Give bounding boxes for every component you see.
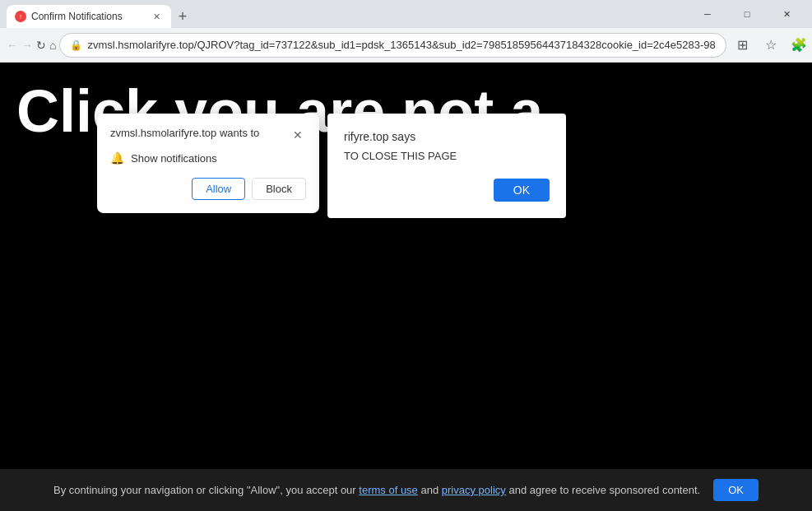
bookmark-button[interactable]: ☆ xyxy=(758,32,784,58)
footer-text-after: and agree to receive sponsored content. xyxy=(508,484,700,496)
footer-ok-button[interactable]: OK xyxy=(713,479,759,501)
window-controls: ─ □ ✕ xyxy=(689,0,805,28)
lock-icon: 🔒 xyxy=(70,39,82,51)
forward-button[interactable]: → xyxy=(21,32,33,58)
back-button[interactable]: ← xyxy=(7,32,18,58)
address-bar-row: ← → ↻ ⌂ 🔒 zvmsl.hsmolarifyre.top/QJROV?t… xyxy=(0,28,812,63)
dialog-permission-row: 🔔 Show notifications xyxy=(110,151,306,165)
terms-link[interactable]: terms of use xyxy=(359,484,418,496)
dialog-buttons: Allow Block xyxy=(110,178,306,200)
site-dialog: rifyre.top says TO CLOSE THIS PAGE OK xyxy=(327,114,566,218)
tab-favicon: ! xyxy=(15,11,26,22)
site-dialog-footer: OK xyxy=(344,179,550,202)
notification-dialog: zvmsl.hsmolarifyre.top wants to ✕ 🔔 Show… xyxy=(97,114,319,213)
browser-window: ! Confirm Notifications ✕ + ─ □ ✕ ← → ↻ … xyxy=(0,0,812,511)
extensions-puzzle-button[interactable]: 🧩 xyxy=(786,32,812,58)
active-tab[interactable]: ! Confirm Notifications ✕ xyxy=(7,5,171,28)
dialog-close-button[interactable]: ✕ xyxy=(290,127,306,143)
footer-text-before: By continuing your navigation or clickin… xyxy=(53,484,356,496)
dialog-title: zvmsl.hsmolarifyre.top wants to xyxy=(110,127,259,139)
address-text: zvmsl.hsmolarifyre.top/QJROV?tag_id=7371… xyxy=(87,39,715,51)
reload-button[interactable]: ↻ xyxy=(36,32,46,58)
site-dialog-title: rifyre.top says xyxy=(344,130,550,143)
close-button[interactable]: ✕ xyxy=(768,0,805,28)
page-content: Click you are not a zvmsl.hsmolarifyre.t… xyxy=(0,63,812,511)
minimize-button[interactable]: ─ xyxy=(689,0,726,28)
bell-icon: 🔔 xyxy=(110,151,124,165)
home-button[interactable]: ⌂ xyxy=(49,32,56,58)
permission-text: Show notifications xyxy=(131,152,217,165)
site-dialog-ok-button[interactable]: OK xyxy=(494,179,550,202)
maximize-button[interactable]: □ xyxy=(728,0,766,28)
block-button[interactable]: Block xyxy=(252,178,306,200)
footer-and-text: and xyxy=(420,484,438,496)
allow-button[interactable]: Allow xyxy=(192,178,245,200)
tab-bar: ! Confirm Notifications ✕ + xyxy=(7,0,682,28)
address-bar[interactable]: 🔒 zvmsl.hsmolarifyre.top/QJROV?tag_id=73… xyxy=(59,33,726,58)
tab-close-button[interactable]: ✕ xyxy=(150,10,163,23)
new-tab-button[interactable]: + xyxy=(171,5,194,28)
title-bar: ! Confirm Notifications ✕ + ─ □ ✕ xyxy=(0,0,812,28)
toolbar-icons: ⊞ ☆ 🧩 👤 ⋮ xyxy=(730,32,812,58)
site-dialog-message: TO CLOSE THIS PAGE xyxy=(344,150,550,162)
tab-title: Confirm Notifications xyxy=(31,11,145,22)
footer-text: By continuing your navigation or clickin… xyxy=(53,484,700,496)
privacy-link[interactable]: privacy policy xyxy=(442,484,506,496)
extensions-button[interactable]: ⊞ xyxy=(730,32,756,58)
footer-bar: By continuing your navigation or clickin… xyxy=(0,469,812,511)
dialog-header: zvmsl.hsmolarifyre.top wants to ✕ xyxy=(110,127,306,143)
